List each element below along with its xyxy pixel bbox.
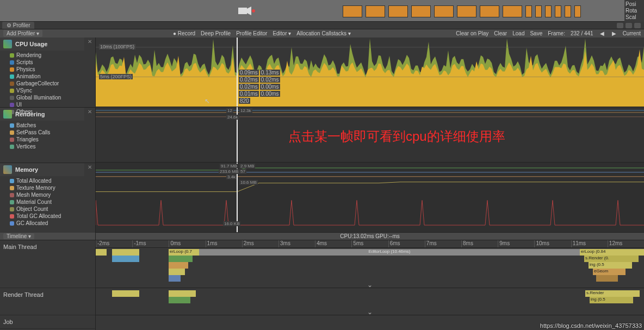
legend-item-vsync[interactable]: VSync (10, 87, 92, 94)
profiler-body: ✕ CPU Usage RenderingScriptsPhysicsAnima… (0, 38, 644, 330)
cpu-close-icon[interactable]: ✕ (84, 38, 95, 46)
timeline-dropdown[interactable]: Timeline ▾ (3, 233, 34, 239)
thread-job-label: Job (0, 315, 95, 329)
legend-item-animation[interactable]: Animation (10, 73, 92, 80)
cpu-chart[interactable]: 10ms (100FPS) 5ms (200FPS) 0.09ms0.13ms0… (96, 38, 644, 107)
memory-close-icon[interactable]: ✕ (84, 163, 95, 171)
frame-marker-labels: 0.09ms0.13ms0.02ms0.02ms0.02ms0.00ms0.01… (239, 69, 280, 104)
clear-on-play-button[interactable]: Clear on Play (456, 30, 488, 36)
tab-profiler[interactable]: ⚙ Profiler (2, 22, 34, 29)
legend-item-texture-memory[interactable]: Texture Memory (10, 184, 92, 191)
profiler-content: 10ms (100FPS) 5ms (200FPS) 0.09ms0.13ms0… (96, 38, 644, 330)
timeline-info: CPU:13.02ms GPU:--ms (99, 233, 641, 239)
load-button[interactable]: Load (512, 30, 524, 36)
scene-strip: PosiRotaScal (0, 0, 644, 22)
window-menu-icon[interactable] (634, 23, 641, 28)
scene-cubes (343, 5, 581, 17)
thread-main-label: Main Thread (0, 240, 95, 288)
timeline-ruler: -2ms-1ms0ms1ms2ms3ms4ms5ms6ms7ms8ms9ms10… (96, 240, 644, 248)
record-button[interactable]: ● Record (173, 30, 195, 36)
current-button[interactable]: Current (623, 30, 641, 36)
legend-item-total-allocated[interactable]: Total Allocated (10, 177, 92, 184)
window-tab-row: ⚙ Profiler (0, 22, 644, 29)
rendering-close-icon[interactable]: ✕ (84, 108, 95, 116)
legend-item-material-count[interactable]: Material Count (10, 198, 92, 206)
legend-item-total-gc-allocated[interactable]: Total GC Allocated (10, 213, 92, 220)
camera-gizmo (234, 5, 256, 17)
profile-editor-button[interactable]: Profile Editor (236, 30, 267, 36)
expand-main-icon[interactable]: ⌄ (367, 281, 373, 289)
frame-value: 232 / 441 (571, 30, 593, 36)
add-profiler-dropdown[interactable]: Add Profiler ▾ (3, 30, 42, 37)
rendering-chart[interactable]: 1212.3k24.6k (96, 107, 644, 163)
prev-frame-button[interactable]: ◀ (599, 30, 605, 36)
legend-item-setpass-calls[interactable]: SetPass Calls (10, 129, 92, 136)
cursor-icon: ↖ (205, 97, 210, 105)
legend-item-scripts[interactable]: Scripts (10, 59, 92, 66)
timeline-tracks[interactable]: -2ms-1ms0ms1ms2ms3ms4ms5ms6ms7ms8ms9ms10… (96, 240, 644, 330)
legend-item-physics[interactable]: Physics (10, 66, 92, 73)
legend-item-mesh-memory[interactable]: Mesh Memory (10, 191, 92, 198)
svg-marker-1 (247, 7, 251, 15)
legend-item-rendering[interactable]: Rendering (10, 52, 92, 59)
ref-5ms: 5ms (200FPS) (99, 74, 133, 79)
legend-item-triangles[interactable]: Triangles (10, 136, 92, 143)
expand-render-icon[interactable]: ⌄ (367, 308, 373, 316)
window-min-icon[interactable] (617, 23, 623, 28)
deep-profile-button[interactable]: Deep Profile (201, 30, 231, 36)
next-frame-button[interactable]: ▶ (611, 30, 617, 36)
legend-item-vertices[interactable]: Vertices (10, 143, 92, 150)
cpu-section-head[interactable]: CPU Usage (0, 38, 84, 51)
thread-render-label: Render Thread (0, 288, 95, 315)
frame-marker[interactable] (237, 38, 238, 107)
legend-item-gc-allocated[interactable]: GC Allocated (10, 220, 92, 227)
profiler-sidebar: ✕ CPU Usage RenderingScriptsPhysicsAnima… (0, 38, 96, 330)
legend-item-global-illumination[interactable]: Global Illumination (10, 94, 92, 101)
legend-item-object-count[interactable]: Object Count (10, 206, 92, 213)
render-thread-row[interactable]: s.Render ing (0.5 ⌄ (96, 288, 644, 315)
main-thread-row[interactable]: erLoop (0.7 EditorLoop (10.46ms) erLoop … (96, 248, 644, 288)
memory-chart[interactable]: 91.7 MB2.9 MB233.6 MB573.4k10.6 MB16.0 K… (96, 163, 644, 233)
profiler-toolbar: Add Profiler ▾ ● Record Deep Profile Pro… (0, 29, 644, 38)
legend-item-batches[interactable]: Batches (10, 122, 92, 129)
memory-section-head[interactable]: Memory (0, 163, 84, 176)
frame-label: Frame: (548, 30, 565, 36)
svg-point-2 (252, 9, 255, 13)
save-button[interactable]: Save (530, 30, 542, 36)
alloc-callstacks-button[interactable]: Allocation Callstacks ▾ (296, 30, 351, 36)
editor-dropdown[interactable]: Editor ▾ (273, 30, 291, 36)
svg-rect-0 (238, 8, 247, 14)
ref-10ms: 10ms (100FPS) (99, 44, 135, 49)
transform-panel: PosiRotaScal (624, 0, 644, 22)
legend-item-garbagecollector[interactable]: GarbageCollector (10, 80, 92, 87)
window-max-icon[interactable] (626, 23, 632, 28)
clear-button[interactable]: Clear (494, 30, 507, 36)
